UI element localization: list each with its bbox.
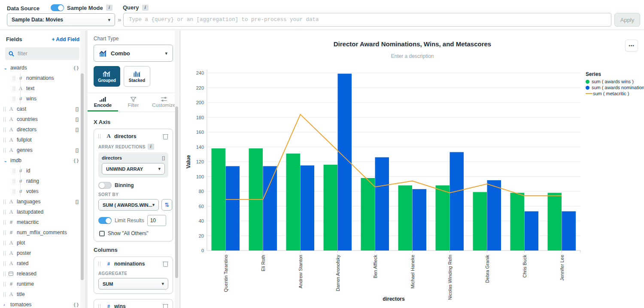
number-type-icon: #	[18, 168, 24, 173]
drag-handle-icon[interactable]	[98, 134, 100, 139]
field-filter-input[interactable]	[17, 50, 68, 57]
main-area: Fields + Add Field ⌄awards{ }#nomination…	[0, 30, 644, 308]
field-item-languages[interactable]: Alanguages[]	[0, 196, 85, 207]
fields-scrollbar[interactable]	[81, 73, 84, 280]
field-item-directors[interactable]: Adirectors[]	[0, 124, 85, 135]
drag-handle-icon	[3, 127, 6, 132]
field-item-votes[interactable]: #votes	[0, 186, 85, 196]
bar-wins[interactable]	[548, 193, 562, 251]
x-tick-label: Eli Roth	[261, 255, 266, 272]
chart-type-label: Chart Type	[94, 36, 173, 42]
apply-button[interactable]: Apply	[614, 13, 640, 27]
tab-encode[interactable]: Encode	[88, 93, 118, 112]
bar-nominations[interactable]	[413, 189, 427, 251]
field-name: title	[17, 291, 25, 297]
bar-nominations[interactable]	[450, 152, 464, 251]
chevron-expanded-icon[interactable]: ⌄	[3, 65, 7, 71]
field-name: rating	[26, 178, 39, 184]
chart-description-placeholder[interactable]: Enter a description	[181, 53, 644, 59]
drag-handle-icon	[13, 97, 15, 101]
field-item-tomatoes[interactable]: ›tomatoes{ }	[0, 299, 85, 308]
bar-nominations[interactable]	[263, 166, 277, 251]
field-item-text[interactable]: Atext	[0, 83, 85, 94]
encode-panel: Chart Type Combo ▾ Grouped	[88, 30, 179, 308]
legend-dot-swatch	[586, 86, 589, 90]
field-item-rating[interactable]: #rating	[0, 176, 85, 186]
show-all-others-checkbox[interactable]	[99, 231, 105, 236]
limit-results-input[interactable]	[147, 215, 166, 226]
bar-nominations[interactable]	[226, 166, 240, 251]
chevron-collapsed-icon[interactable]: ›	[3, 302, 7, 307]
field-item-rated[interactable]: Arated	[0, 258, 85, 269]
binning-toggle[interactable]	[98, 182, 112, 189]
drag-handle-icon[interactable]	[98, 304, 100, 308]
sort-direction-button[interactable]: ⇅	[161, 199, 172, 211]
field-filter-box[interactable]	[5, 47, 79, 60]
bar-wins[interactable]	[510, 193, 525, 251]
field-item-plot[interactable]: Aplot	[0, 238, 85, 248]
string-type-icon: A	[8, 127, 14, 133]
field-name: runtime	[17, 281, 34, 287]
add-field-button[interactable]: + Add Field	[52, 36, 79, 42]
stacked-variant-button[interactable]: Stacked	[124, 66, 150, 87]
aggregate-select[interactable]: SUM ▾	[98, 278, 168, 290]
bar-wins[interactable]	[361, 178, 375, 251]
field-item-imdb[interactable]: ⌄imdb{ }	[0, 155, 85, 166]
field-item-countries[interactable]: Acountries[]	[0, 114, 85, 124]
info-icon[interactable]: i	[148, 144, 154, 150]
info-icon[interactable]: i	[106, 5, 112, 11]
drag-handle-icon	[13, 189, 15, 194]
bar-nominations[interactable]	[375, 157, 389, 251]
field-item-awards[interactable]: ⌄awards{ }	[0, 63, 85, 73]
field-name: id	[26, 168, 30, 174]
field-item-metacritic[interactable]: #metacritic	[0, 217, 85, 227]
field-item-genres[interactable]: Agenres[]	[0, 145, 85, 155]
chart-type-select[interactable]: Combo ▾	[94, 45, 173, 62]
info-icon[interactable]: i	[142, 5, 149, 11]
bar-wins[interactable]	[436, 185, 450, 251]
bar-wins[interactable]	[212, 148, 226, 251]
bar-wins[interactable]	[398, 185, 413, 251]
field-item-runtime[interactable]: #runtime	[0, 279, 85, 289]
tab-filter[interactable]: Filter	[118, 93, 149, 112]
field-item-id[interactable]: #id	[0, 166, 85, 176]
field-item-fullplot[interactable]: Afullplot	[0, 135, 85, 145]
query-input[interactable]	[123, 13, 611, 27]
encode-scrollbar[interactable]	[175, 106, 178, 278]
trash-icon[interactable]	[163, 261, 168, 267]
y-axis-title: Value	[185, 155, 191, 169]
bar-wins[interactable]	[286, 154, 301, 251]
field-name: votes	[26, 188, 39, 194]
sample-mode-toggle[interactable]	[51, 4, 64, 11]
limit-results-toggle[interactable]	[98, 217, 112, 224]
bar-wins[interactable]	[473, 192, 487, 251]
field-name: poster	[17, 250, 31, 256]
unwind-array-select[interactable]: UNWIND ARRAY ▾	[102, 163, 165, 175]
toggle-knob	[58, 5, 64, 11]
trash-icon[interactable]	[163, 303, 168, 308]
sort-by-select[interactable]: SUM ( AWARDS.WIN... ▾	[98, 199, 159, 211]
bar-wins[interactable]	[324, 165, 338, 251]
field-item-wins[interactable]: #wins	[0, 94, 85, 104]
drag-handle-icon[interactable]	[98, 262, 100, 266]
legend-line-swatch	[586, 93, 592, 94]
trash-icon[interactable]	[163, 133, 168, 139]
encode-bars-icon	[100, 97, 106, 102]
bar-nominations[interactable]	[301, 166, 315, 251]
field-item-title[interactable]: Atitle	[0, 289, 85, 299]
more-options-button[interactable]: •••	[625, 39, 638, 51]
column-field-name: wins	[114, 303, 160, 308]
field-item-cast[interactable]: Acast[]	[0, 104, 85, 114]
chevron-expanded-icon[interactable]: ⌄	[3, 158, 7, 163]
bar-nominations[interactable]	[562, 211, 576, 251]
data-source-select[interactable]: Sample Data: Movies ▾	[7, 13, 115, 26]
field-item-poster[interactable]: Aposter	[0, 248, 85, 258]
field-item-num_mflix_comments[interactable]: #num_mflix_comments	[0, 227, 85, 238]
bar-nominations[interactable]	[525, 211, 539, 251]
field-item-nominations[interactable]: #nominations	[0, 73, 85, 83]
bar-nominations[interactable]	[487, 180, 501, 251]
field-item-released[interactable]: released	[0, 269, 85, 279]
grouped-variant-button[interactable]: Grouped	[94, 66, 120, 87]
encode-tabs: Encode Filter Customize	[88, 93, 179, 112]
field-item-lastupdated[interactable]: Alastupdated	[0, 207, 85, 217]
